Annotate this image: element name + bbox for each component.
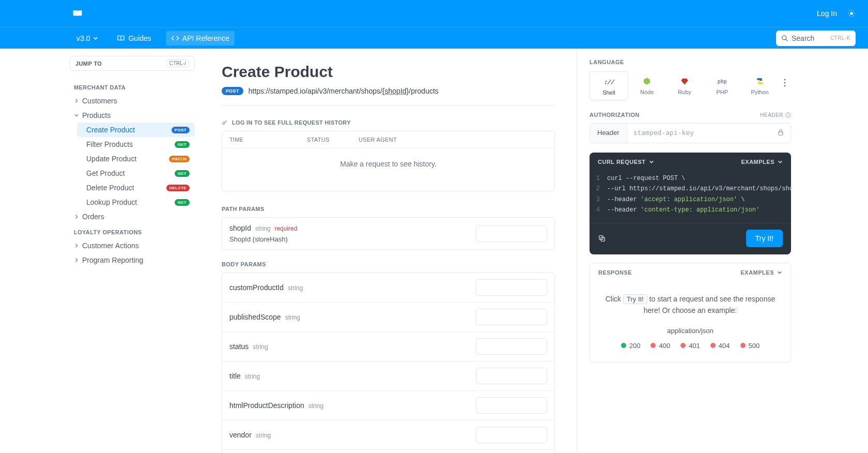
jump-to-label: JUMP TO [75,61,102,67]
status-dot-icon [710,343,716,348]
history-empty: Make a request to see history. [222,148,554,191]
sidebar-item-label: Customer Actions [82,241,139,250]
nav-guides-label: Guides [128,34,151,42]
auth-box: Header stamped-api-key [590,123,791,143]
chevron-down-icon [74,113,79,118]
svg-point-9 [782,35,786,39]
method-badge: PATCH [169,156,190,162]
nav-api-reference[interactable]: API Reference [166,31,235,46]
language-ruby[interactable]: Ruby [666,71,704,99]
search-placeholder: Search [792,34,827,42]
auth-input[interactable]: stamped-api-key [627,124,771,143]
param-input-shopId[interactable] [476,225,547,242]
login-link[interactable]: Log In [817,9,837,18]
status-400[interactable]: 400 [650,342,670,350]
jump-to[interactable]: JUMP TO CTRL-/ [70,56,195,71]
param-name: publishedScope [229,313,281,321]
param-input-customProductId[interactable] [476,279,547,296]
response-header: RESPONSE EXAMPLES [590,263,791,282]
lock-icon [777,129,784,136]
language-node[interactable]: Node [628,71,666,99]
sidebar-subitem[interactable]: Get ProductGET [77,166,195,180]
language-python[interactable]: Python [741,71,779,99]
page-title: Create Product [222,63,555,81]
history-header: LOG IN TO SEE FULL REQUEST HISTORY [222,119,555,126]
param-input-publishedScope[interactable] [476,309,547,325]
sidebar-subitem[interactable]: Update ProductPATCH [77,152,195,166]
version-dropdown[interactable]: v3.0 [72,32,102,44]
response-body: Click Try It! to start a request and see… [590,282,791,362]
param-input-title[interactable] [476,368,547,384]
endpoint-row: POST https://stamped.io/api/v3/merchant/… [222,87,555,95]
body-param-row: publishedScopestring [222,303,554,332]
sidebar-item-program-reporting[interactable]: Program Reporting [70,253,195,267]
method-badge: GET [175,199,190,206]
status-500[interactable]: 500 [740,342,760,350]
sidebar-item-label: Customers [82,97,117,105]
svg-line-10 [786,39,788,41]
response-examples-dropdown[interactable]: EXAMPLES [740,269,782,276]
sidebar-item-customer-actions[interactable]: Customer Actions [70,238,195,253]
book-open-icon [72,9,83,18]
language-more[interactable] [779,71,791,87]
status-401[interactable]: 401 [680,342,700,350]
code-examples-dropdown[interactable]: EXAMPLES [741,159,783,165]
sub-header: v3.0 Guides API Reference Search CTRL-K [0,27,868,49]
method-badge: GET [175,170,190,177]
param-input-status[interactable] [476,338,547,355]
top-right: Log In [817,9,856,18]
history-col-status: STATUS [307,137,359,143]
sidebar-item-label: Orders [82,213,104,221]
param-input-vendor[interactable] [476,427,547,443]
chevron-down-icon [93,36,98,41]
response-box: RESPONSE EXAMPLES Click Try It! to start… [590,263,791,363]
chevron-down-icon [778,159,783,164]
logo[interactable] [72,9,83,18]
sidebar-item-label: Filter Products [86,140,133,148]
sidebar-subitem[interactable]: Filter ProductsGET [77,137,195,152]
endpoint-method-badge: POST [222,87,243,95]
try-it-inline[interactable]: Try It! [623,294,647,304]
param-type: string [308,402,323,410]
right-panel: LANGUAGE :// Shell Node Ruby php PHP Pyt… [577,49,803,453]
sidebar: JUMP TO CTRL-/ MERCHANT DATA Customers P… [65,49,200,453]
sidebar-subitem[interactable]: Create ProductPOST [77,123,195,137]
svg-marker-13 [681,79,688,85]
nav-api-reference-label: API Reference [182,34,229,42]
chevron-down-icon [649,159,654,164]
copy-icon[interactable] [598,234,606,243]
sidebar-item-orders[interactable]: Orders [70,209,195,224]
search-input[interactable]: Search CTRL-K [776,31,856,46]
svg-rect-20 [779,132,783,135]
param-type: string [256,432,271,439]
param-name: customProductId [229,283,284,292]
nav-guides[interactable]: Guides [112,31,156,46]
search-shortcut: CTRL-K [830,35,850,41]
sidebar-item-label: Get Product [86,169,125,177]
svg-line-7 [849,16,849,16]
param-input-htmlProductDescription[interactable] [476,397,547,414]
status-dot-icon [740,343,746,348]
sidebar-item-customers[interactable]: Customers [70,94,195,108]
more-vertical-icon [784,79,786,87]
response-mime: application/json [600,327,780,335]
language-php[interactable]: php PHP [703,71,741,99]
svg-point-16 [784,85,785,87]
svg-line-6 [854,16,854,16]
param-type: string [288,284,303,292]
code-title-dropdown[interactable]: CURL REQUEST [598,159,654,165]
sidebar-item-products[interactable]: Products [70,108,195,123]
language-shell[interactable]: :// Shell [590,71,628,100]
sidebar-subitem[interactable]: Lookup ProductGET [77,195,195,209]
try-it-button[interactable]: Try It! [746,230,783,247]
chevron-down-icon [777,270,782,275]
key-icon [222,119,228,126]
ruby-icon [680,77,689,86]
sun-icon[interactable] [847,9,856,18]
sidebar-subitem[interactable]: Delete ProductDELETE [77,180,195,195]
status-200[interactable]: 200 [621,342,641,350]
status-404[interactable]: 404 [710,342,730,350]
param-name: vendor [229,431,252,439]
auth-lock [771,124,791,143]
chevron-right-icon [74,243,79,248]
